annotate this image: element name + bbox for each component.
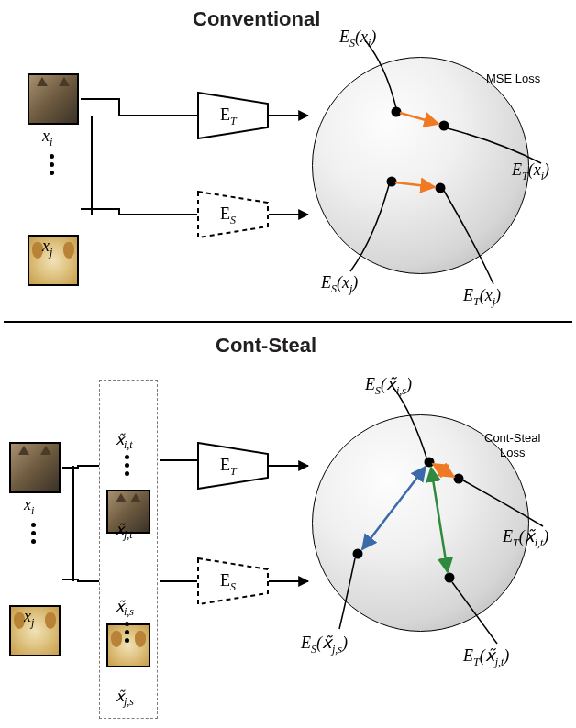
encoder-et-label: ET [220, 105, 237, 128]
cont-steal-panel: Cont-Steal xi xj x̃i,t x̃j,t x̃i,s x̃j,s… [0, 323, 576, 726]
label-xjs: x̃j,s [116, 688, 134, 709]
label-xis: x̃i,s [116, 598, 134, 619]
node-es-xi [392, 107, 402, 117]
label-xit: x̃i,t [116, 431, 133, 452]
anno-et-xj: ET(xj) [463, 286, 501, 309]
anno-et-xjt: ET(x̃j,t) [463, 645, 509, 669]
input-image-xi [28, 73, 79, 125]
cont-steal-loss-label: Cont-Steal Loss [484, 431, 540, 459]
input-image-xj [28, 235, 79, 286]
node-et-xit [454, 474, 464, 484]
title-cont-steal: Cont-Steal [216, 334, 316, 358]
anno-es-xj: ES(xj) [321, 273, 358, 296]
input-image-xi-b [9, 442, 61, 493]
title-conventional: Conventional [193, 7, 320, 31]
label-xi: xi [42, 127, 52, 149]
vdots-b2 [125, 451, 129, 480]
node-es-xj [387, 177, 397, 187]
anno-et-xit: ET(x̃i,t) [503, 526, 548, 550]
vdots-inputs [50, 150, 54, 179]
encoder-es-b-label: ES [220, 571, 236, 594]
node-et-xj [436, 183, 446, 193]
label-xjt: x̃j,t [116, 521, 133, 542]
node-et-xi [439, 121, 449, 131]
label-xj-b: xj [24, 607, 34, 630]
node-es-xis [425, 458, 435, 468]
label-xj: xj [42, 237, 52, 259]
embedding-sphere-top [312, 57, 529, 274]
mse-loss-label: MSE Loss [486, 72, 540, 85]
encoder-et-b-label: ET [220, 456, 237, 479]
label-xi-b: xi [24, 495, 34, 518]
node-et-xjt [445, 573, 455, 583]
input-image-xj-b [9, 605, 61, 656]
anno-et-xi: ET(xi) [512, 160, 549, 183]
conventional-panel: Conventional xi xj ET ES [0, 0, 576, 321]
node-es-xjs [353, 549, 363, 559]
encoder-es-label: ES [220, 204, 236, 227]
anno-es-xis: ES(x̃i,s) [365, 374, 412, 398]
vdots-b1 [31, 519, 36, 547]
anno-es-xjs: ES(x̃j,s) [301, 633, 348, 656]
anno-es-xi: ES(xi) [339, 28, 376, 50]
vdots-b3 [125, 618, 129, 646]
